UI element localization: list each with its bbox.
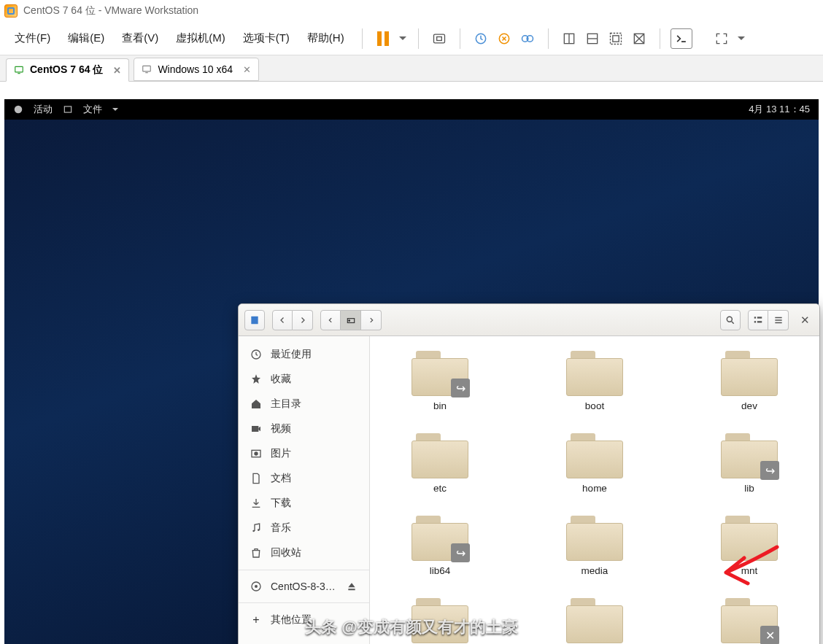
separator [660,28,660,49]
svg-rect-24 [757,321,762,322]
sidebar-item-trash[interactable]: 回收站 [239,540,369,565]
sidebar-label: 最近使用 [271,348,312,361]
snapshot-take-button[interactable] [471,28,491,49]
sidebar-item-documents[interactable]: 文档 [239,466,369,491]
folder-label: boot [585,400,604,411]
view-single-button[interactable] [559,28,579,49]
svg-point-32 [255,585,258,588]
sidebar-item-music[interactable]: 音乐 [239,516,369,540]
close-icon[interactable]: ✕ [243,64,251,75]
sidebar-item-recent[interactable]: 最近使用 [239,342,369,367]
clock[interactable]: 4月 13 11：45 [749,103,810,116]
symlink-badge-icon: ↪ [451,543,470,562]
svg-point-20 [727,317,732,322]
folder-media[interactable]: media [551,516,638,576]
vm-tab-windows[interactable]: Windows 10 x64 ✕ [134,58,259,81]
sidebar-item-disk[interactable]: CentOS-8-3… [239,575,369,598]
view-list-button[interactable] [748,310,768,330]
hamburger-menu-button[interactable] [768,310,789,330]
vm-tab-centos[interactable]: CentOS 7 64 位 ✕ [6,58,129,82]
close-icon[interactable]: ✕ [113,65,121,76]
svg-rect-16 [64,106,71,112]
sidebar-item-home[interactable]: 主目录 [239,392,369,416]
noaccess-badge-icon: ✕ [760,626,779,644]
places-button[interactable] [244,310,265,330]
folder-label: etc [433,483,447,494]
folder-icon: ↪ [412,351,468,396]
menu-help[interactable]: 帮助(H) [300,28,352,48]
snapshot-button[interactable] [429,28,449,49]
symlink-badge-icon: ↪ [760,461,779,480]
folder-boot[interactable]: boot [551,351,638,411]
gnome-topbar: 活动 文件 4月 13 11：45 [4,99,819,120]
sidebar-item-videos[interactable]: 视频 [239,416,369,441]
titlebar: CentOS 7 64 位 - VMware Workstation [0,0,823,22]
folder-lib[interactable]: ↪lib [706,433,793,494]
svg-point-19 [348,319,349,321]
vm-tab-label: Windows 10 x64 [158,63,233,75]
folder-icon [721,351,778,396]
folder-label: lib64 [430,565,451,576]
console-icon[interactable] [671,28,692,49]
path-prev-button[interactable] [320,310,341,330]
folder-lib64[interactable]: ↪lib64 [396,516,484,576]
pause-dropdown[interactable] [396,28,408,49]
sidebar-item-pictures[interactable]: 图片 [239,441,369,466]
sidebar-item-starred[interactable]: 收藏 [239,367,369,392]
plus-icon: + [250,613,262,626]
folder-mnt[interactable]: mnt [706,516,793,576]
folder-home[interactable]: home [551,433,638,494]
fullscreen-button[interactable] [711,28,732,49]
snapshot-manager-button[interactable] [517,28,538,49]
menu-view[interactable]: 查看(V) [115,28,166,48]
folder-bin[interactable]: ↪bin [396,351,484,411]
search-button[interactable] [720,310,741,330]
menu-tabs[interactable]: 选项卡(T) [236,28,297,48]
folder-label: lib [744,483,754,494]
path-next-button[interactable] [361,310,382,330]
forward-button[interactable] [293,310,313,330]
snapshot-revert-button[interactable] [494,28,514,49]
folder-opt[interactable]: opt [396,598,484,644]
back-button[interactable] [272,310,293,330]
window-close-button[interactable]: ✕ [796,311,814,329]
folder-icon: ✕ [721,598,778,643]
menu-edit[interactable]: 编辑(E) [61,28,112,48]
sidebar-label: 下载 [271,497,291,510]
folder-icon [566,351,623,396]
sidebar-item-downloads[interactable]: 下载 [239,491,369,516]
sidebar-item-other[interactable]: +其他位置 [239,608,369,632]
menubar: 文件(F) 编辑(E) 查看(V) 虚拟机(M) 选项卡(T) 帮助(H) [0,22,823,55]
svg-rect-23 [754,321,756,322]
file-manager-header: ✕ [239,304,819,336]
path-segment-root[interactable] [341,310,361,330]
folder-item[interactable] [551,598,638,644]
folder-icon: ↪ [721,433,778,478]
activities-icon [13,104,23,115]
svg-rect-1 [436,36,441,40]
symlink-badge-icon: ↪ [451,379,470,397]
activities-label[interactable]: 活动 [34,103,53,116]
fullscreen-dropdown[interactable] [735,28,746,49]
svg-point-28 [254,451,258,455]
separator [548,28,549,49]
folder-etc[interactable]: etc [396,433,484,494]
separator [239,570,369,570]
pause-button[interactable] [373,28,393,49]
menu-vm[interactable]: 虚拟机(M) [169,28,233,48]
sidebar-label: 收藏 [271,373,291,386]
folder-icon [412,598,468,643]
svg-rect-13 [15,66,23,72]
menu-file[interactable]: 文件(F) [7,28,58,48]
view-console-button[interactable] [629,28,649,49]
sidebar-label: CentOS-8-3… [271,581,336,592]
app-menu-label[interactable]: 文件 [83,103,102,116]
view-multi-button[interactable] [582,28,603,49]
folder-item[interactable]: ✕ [706,598,793,644]
folder-icon [721,516,778,561]
eject-icon[interactable] [346,581,358,592]
sidebar-label: 视频 [271,422,291,435]
folder-dev[interactable]: dev [706,351,793,411]
folder-icon [566,433,623,478]
view-unity-button[interactable] [606,28,626,49]
